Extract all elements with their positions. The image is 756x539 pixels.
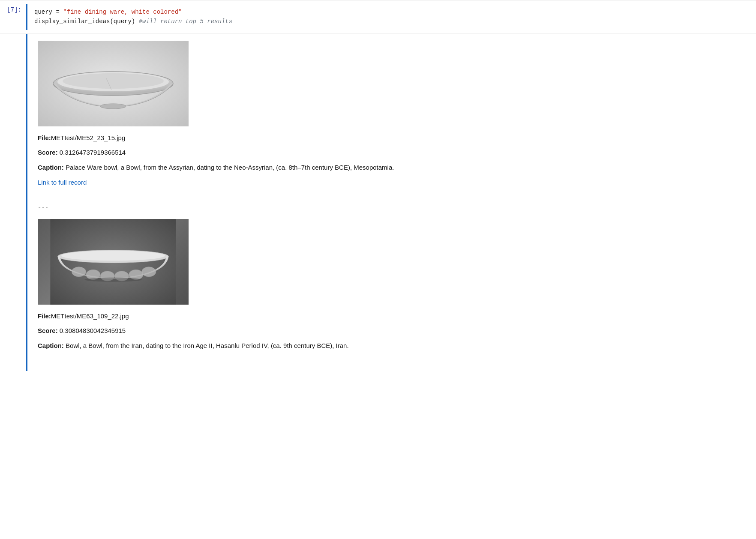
- svg-point-14: [84, 277, 141, 281]
- result-image-1: [38, 41, 189, 126]
- result-caption-1: Caption: Palace Ware bowl, a Bowl, from …: [38, 163, 746, 173]
- svg-point-7: [61, 251, 165, 261]
- result-score-1: Score: 0.31264737919366514: [38, 148, 746, 158]
- output-gutter: [0, 34, 26, 371]
- cell-index: [7]:: [0, 4, 26, 30]
- svg-point-8: [72, 267, 86, 276]
- cell-index-label: [7]:: [7, 6, 21, 15]
- svg-point-4: [100, 104, 126, 109]
- score-value-1: 0.31264737919366514: [60, 149, 126, 156]
- score-label-2: Score:: [38, 327, 58, 334]
- caption-label-2: Caption:: [38, 342, 64, 349]
- caption-value-2: Bowl, a Bowl, from the Iran, dating to t…: [66, 342, 349, 349]
- score-value-2: 0.30804830042345915: [60, 327, 126, 334]
- result-item-1: File:METtest/ME52_23_15.jpg Score: 0.312…: [38, 41, 746, 189]
- result-separator-2: ---: [38, 203, 746, 212]
- svg-point-3: [63, 73, 164, 89]
- score-label-1: Score:: [38, 149, 58, 156]
- code-line-2: display_similar_ideas(query) #will retur…: [34, 17, 749, 26]
- result-filename-1: File:METtest/ME52_23_15.jpg: [38, 133, 746, 143]
- filename-label-1: File:: [38, 134, 51, 141]
- caption-value-1: Palace Ware bowl, a Bowl, from the Assyr…: [66, 164, 394, 171]
- result-item-2: File:METtest/ME63_109_22.jpg Score: 0.30…: [38, 219, 746, 351]
- input-cell: [7]: query = "fine dining ware, white co…: [0, 0, 756, 33]
- result-score-2: Score: 0.30804830042345915: [38, 326, 746, 336]
- filename-value-2: METtest/ME63_109_22.jpg: [51, 312, 129, 320]
- result-filename-2: File:METtest/ME63_109_22.jpg: [38, 311, 746, 321]
- notebook-container: [7]: query = "fine dining ware, white co…: [0, 0, 756, 539]
- filename-value-1: METtest/ME52_23_15.jpg: [51, 134, 125, 141]
- result-link-1[interactable]: Link to full record: [38, 178, 87, 188]
- code-line-1: query = "fine dining ware, white colored…: [34, 7, 749, 17]
- cell-code-block: query = "fine dining ware, white colored…: [27, 4, 756, 30]
- output-cell: File:METtest/ME52_23_15.jpg Score: 0.312…: [0, 33, 756, 371]
- result-caption-2: Caption: Bowl, a Bowl, from the Iran, da…: [38, 341, 746, 351]
- result-image-2: [38, 219, 189, 305]
- filename-label-2: File:: [38, 312, 51, 320]
- output-content: File:METtest/ME52_23_15.jpg Score: 0.312…: [27, 34, 756, 371]
- svg-point-13: [142, 267, 156, 276]
- caption-label-1: Caption:: [38, 164, 64, 171]
